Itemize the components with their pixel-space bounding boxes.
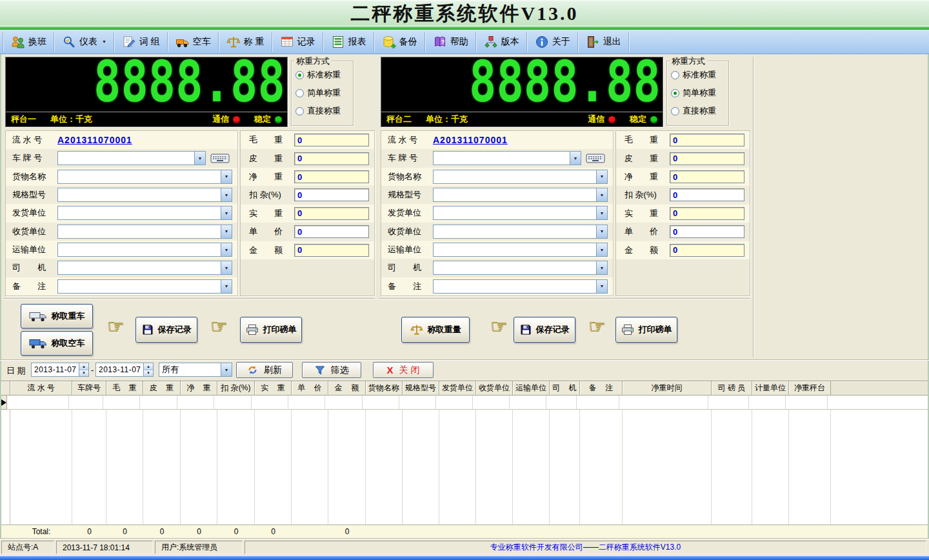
toolbar-item-backup[interactable]: 备份 [376,32,423,52]
driver-combo[interactable]: ▼ [433,261,608,275]
column-header[interactable]: 净重时间 [623,381,712,395]
toolbar-item-report[interactable]: 报表 [325,32,372,52]
radio-icon[interactable] [295,71,304,79]
receiver-combo[interactable]: ▼ [57,225,232,239]
column-header[interactable]: 净 重 [181,381,217,395]
toolbar-item-weigh[interactable]: 称 重 [221,32,270,52]
column-header[interactable]: 货物名称 [366,381,403,395]
chevron-down-icon[interactable]: ▼ [221,261,232,274]
toolbar-item-shift-change[interactable]: 换班 [5,32,52,52]
weigh-empty-truck-button[interactable]: 称取空车 [21,331,93,355]
chevron-down-icon[interactable]: ▼ [596,188,607,201]
cargo-name-combo[interactable]: ▼ [57,170,232,184]
serial-number-link[interactable]: A201311070001 [433,135,508,145]
spec-model-combo[interactable]: ▼ [433,188,608,202]
radio-simple-weigh[interactable]: 简单称重 [671,87,728,99]
net-weight-input[interactable]: 0 [670,170,744,183]
actual-weight-input[interactable]: 0 [294,207,369,220]
shipper-combo[interactable]: ▼ [57,206,232,220]
remark-combo[interactable]: ▼ [433,279,608,294]
save-record-button[interactable]: 保存记录 [135,317,197,343]
cargo-name-combo[interactable]: ▼ [433,170,608,184]
spin-up-icon[interactable]: ▲ [79,363,88,370]
keyboard-button[interactable] [210,152,230,164]
date-value[interactable]: 2013-11-07 [96,363,143,376]
print-ticket-button[interactable]: 打印磅单 [615,317,677,343]
carrier-combo[interactable]: ▼ [57,243,232,257]
table-row[interactable] [1,395,928,410]
spin-up-icon[interactable]: ▲ [144,363,153,370]
gross-weight-input[interactable]: 0 [294,134,369,146]
chevron-down-icon[interactable]: ▼ [221,188,232,201]
chevron-down-icon[interactable]: ▼ [596,170,607,183]
column-header[interactable]: 净重秤台 [789,381,831,395]
chevron-down-icon[interactable]: ▼ [596,261,607,274]
chevron-down-icon[interactable]: ▼ [221,225,232,238]
spin-down-icon[interactable]: ▼ [144,370,153,377]
print-ticket-button[interactable]: 打印磅单 [240,317,302,343]
tare-weight-input[interactable]: 0 [294,152,369,165]
driver-combo[interactable]: ▼ [57,261,232,275]
combo-value[interactable]: 所有 [159,364,221,375]
chevron-down-icon[interactable]: ▼ [221,243,232,256]
column-header[interactable]: 实 重 [255,381,292,395]
chevron-down-icon[interactable]: ▼ [221,206,232,219]
toolbar-item-help[interactable]: ? 帮助 [427,32,474,52]
date-to-input[interactable]: 2013-11-07 ▲▼ [95,363,154,377]
actual-weight-input[interactable]: 0 [670,207,744,220]
refresh-button[interactable]: 刷新 [236,362,293,378]
radio-icon[interactable] [671,89,679,97]
spec-model-combo[interactable]: ▼ [57,188,232,202]
remark-combo[interactable]: ▼ [57,279,232,294]
chevron-down-icon[interactable]: ▼ [221,280,232,293]
radio-icon[interactable] [671,71,679,79]
chevron-down-icon[interactable]: ▼ [570,152,581,165]
shipper-combo[interactable]: ▼ [433,206,608,220]
gross-weight-input[interactable]: 0 [670,134,744,146]
plate-number-combo[interactable]: ▼ [433,151,581,165]
receiver-combo[interactable]: ▼ [433,225,608,239]
radio-icon[interactable] [671,107,679,115]
column-header[interactable]: 司 磅 员 [712,381,752,395]
chevron-down-icon[interactable]: ▼ [596,225,607,238]
amount-input[interactable]: 0 [670,244,744,257]
column-header[interactable]: 收货单位 [476,381,513,395]
column-header[interactable]: 流 水 号 [10,381,72,395]
record-type-combo[interactable]: 所有 ▼ [159,363,232,377]
radio-standard-weigh[interactable]: 标准称重 [295,69,353,81]
chevron-down-icon[interactable]: ▼ [596,206,607,219]
radio-icon[interactable] [295,107,304,115]
spin-down-icon[interactable]: ▼ [79,370,88,377]
toolbar-item-empty-truck[interactable]: 空车 [170,32,217,52]
chevron-down-icon[interactable]: ▼ [596,243,607,256]
toolbar-item-phrase[interactable]: 词 组 [116,32,166,52]
radio-icon[interactable] [295,89,304,97]
amount-input[interactable]: 0 [294,244,369,257]
plate-number-combo[interactable]: ▼ [57,151,206,165]
chevron-down-icon[interactable]: ▼ [221,363,232,376]
column-header[interactable]: 发货单位 [439,381,476,395]
carrier-combo[interactable]: ▼ [433,243,608,257]
column-header[interactable]: 扣 杂(%) [217,381,255,395]
column-header[interactable]: 计量单位 [752,381,789,395]
column-header[interactable]: 单 价 [292,381,328,395]
weigh-loaded-truck-button[interactable]: 称取重车 [21,304,93,328]
column-header[interactable]: 金 额 [328,381,366,395]
column-header[interactable]: 运输单位 [513,381,550,395]
chevron-down-icon[interactable]: ▼ [194,152,205,165]
toolbar-item-about[interactable]: 关于 [529,32,576,52]
column-header[interactable]: 备 注 [580,381,623,395]
column-header[interactable]: 车牌号 [72,381,106,395]
deduction-input[interactable]: 0 [294,188,369,201]
unit-price-input[interactable]: 0 [670,225,744,238]
column-header[interactable]: 规格型号 [403,381,439,395]
toolbar-item-exit[interactable]: 退出 [580,32,627,52]
column-header[interactable]: 司 机 [550,381,580,395]
toolbar-item-version[interactable]: 版本 [478,32,525,52]
close-button[interactable]: X 关 闭 [373,362,434,378]
toolbar-item-meter[interactable]: 仪表 ▼ [56,32,112,52]
radio-direct-weigh[interactable]: 直接称重 [671,105,728,117]
unit-price-input[interactable]: 0 [294,225,369,238]
deduction-input[interactable]: 0 [670,188,744,201]
keyboard-button[interactable] [586,152,605,164]
